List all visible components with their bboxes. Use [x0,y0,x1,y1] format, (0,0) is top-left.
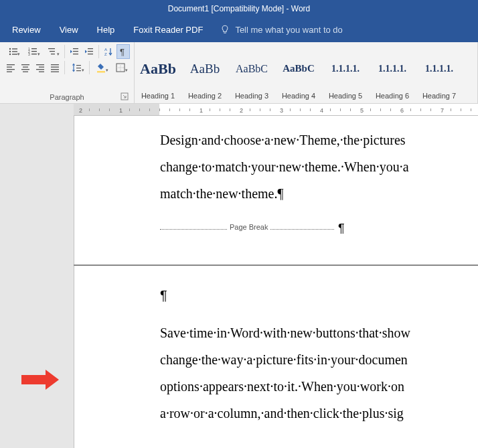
svg-point-2 [9,51,10,52]
style-heading-4[interactable]: AaBbCHeading 4 [275,42,322,103]
ruler-tick: 2 [240,107,243,114]
horizontal-ruler[interactable]: 21123456789 [74,104,478,116]
shading-button[interactable] [92,60,110,75]
ruler-tick: 4 [320,107,323,114]
svg-rect-40 [76,65,81,66]
decrease-indent-button[interactable] [68,44,81,59]
svg-rect-27 [7,72,12,72]
separator [64,45,65,58]
svg-rect-33 [39,67,44,68]
borders-button[interactable] [112,60,130,75]
svg-rect-9 [31,51,37,52]
menu-review[interactable]: Review [3,19,50,40]
svg-text:Z: Z [104,52,107,56]
ruler-tick: 2 [79,107,82,114]
svg-rect-34 [36,69,44,70]
svg-rect-43 [97,71,105,73]
svg-rect-25 [7,67,12,68]
tell-me-label: Tell me what you want to do [235,25,342,35]
doc-line[interactable]: a·row·or·a·column,·and·then·click·the·pl… [160,400,478,427]
svg-rect-17 [73,54,78,54]
align-right-button[interactable] [33,60,47,75]
svg-text:¶: ¶ [120,47,125,57]
style-heading-3[interactable]: AaBbCHeading 3 [228,42,275,103]
svg-rect-15 [73,48,78,49]
cursor-pilcrow: ¶ [338,222,345,236]
menu-view[interactable]: View [50,19,88,40]
style-heading-6[interactable]: 1.1.1.1.Heading 6 [369,42,416,103]
style-heading-5[interactable]: 1.1.1.1.Heading 5 [322,42,369,103]
svg-point-4 [9,54,10,55]
style-heading-2[interactable]: AaBbHeading 2 [181,42,228,103]
svg-rect-3 [12,51,17,52]
paragraph-dialog-launcher-icon[interactable] [121,92,129,100]
line-spacing-button[interactable] [68,60,86,75]
svg-rect-11 [31,54,37,54]
doc-line[interactable]: change·the·way·a·picture·fits·in·your·do… [160,346,478,373]
ruler-tick: 3 [280,107,283,114]
increase-indent-button[interactable] [82,44,96,59]
style-label: Heading 3 [235,92,268,100]
title-bar: Document1 [Compatibility Mode] - Word [0,0,478,17]
styles-gallery: AaBbHeading 1AaBbHeading 2AaBbCHeading 3… [135,42,478,103]
sort-button[interactable]: AZ [102,44,115,59]
svg-rect-41 [76,68,81,68]
style-label: Heading 7 [422,92,456,100]
align-left-button[interactable] [4,60,17,75]
svg-rect-19 [88,51,93,52]
multilevel-list-button[interactable] [44,44,62,59]
svg-rect-18 [88,48,93,49]
menu-bar: Review View Help Foxit Reader PDF Tell m… [0,17,478,42]
paragraph-mark[interactable]: ¶ [160,282,478,309]
style-heading-1[interactable]: AaBbHeading 1 [135,42,181,103]
style-label: Heading 6 [376,92,409,100]
svg-rect-24 [7,64,15,65]
menu-help[interactable]: Help [88,19,125,40]
show-hide-marks-button[interactable]: ¶ [116,44,130,59]
doc-line[interactable]: options·appears·next·to·it.·When·you·wor… [160,373,478,400]
ruler-tick: 1 [200,107,203,114]
menu-foxit[interactable]: Foxit Reader PDF [124,19,212,40]
style-preview: 1.1.1.1. [425,46,453,92]
svg-rect-12 [48,48,55,49]
page-2[interactable]: ¶ Save·time·in·Word·with·new·buttons·tha… [74,266,478,448]
style-heading-7[interactable]: 1.1.1.1.Heading 7 [416,42,463,103]
style-label: Heading 5 [329,92,362,100]
annotation-arrow-icon [20,368,60,393]
style-preview: AaBbC [236,46,268,92]
page-1[interactable]: Design·and·choose·a·new·Theme,·the·pictu… [74,116,478,265]
doc-line[interactable]: match·the·new·theme.¶ [160,180,478,207]
style-preview: AaBb [190,46,220,92]
svg-rect-35 [39,72,44,72]
doc-line[interactable]: change·to·match·your·new·theme.·When·you… [160,153,478,180]
separator [89,61,90,74]
svg-text:A: A [104,48,107,52]
separator [98,45,99,58]
numbering-button[interactable]: 123 [23,44,42,59]
ruler-tick: 6 [400,107,404,114]
tell-me-search[interactable]: Tell me what you want to do [212,19,350,40]
paragraph-group-label: Paragraph [50,93,84,101]
svg-rect-5 [12,54,17,54]
svg-rect-31 [23,72,28,72]
svg-rect-16 [73,51,78,52]
ruler-tick: 7 [441,107,444,114]
bullets-button[interactable] [4,44,22,59]
doc-line[interactable]: Save·time·in·Word·with·new·buttons·that·… [160,319,478,346]
justify-button[interactable] [48,60,62,75]
svg-rect-32 [36,64,44,65]
svg-point-0 [9,48,10,50]
lightbulb-icon [220,25,230,34]
svg-rect-37 [51,67,59,68]
align-center-button[interactable] [19,60,32,75]
separator [64,61,65,74]
doc-line[interactable]: Design·and·choose·a·new·Theme,·the·pictu… [160,127,478,153]
style-preview: 1.1.1.1. [331,46,360,92]
ruler-tick: 5 [360,107,364,114]
page-break-label: Page Break [227,223,270,231]
style-preview: 1.1.1.1. [378,46,406,92]
svg-text:3: 3 [28,52,30,56]
svg-rect-38 [51,69,59,70]
page-container: Design·and·choose·a·new·Theme,·the·pictu… [74,116,478,448]
page-break-indicator: Page Break ¶ [160,223,478,235]
